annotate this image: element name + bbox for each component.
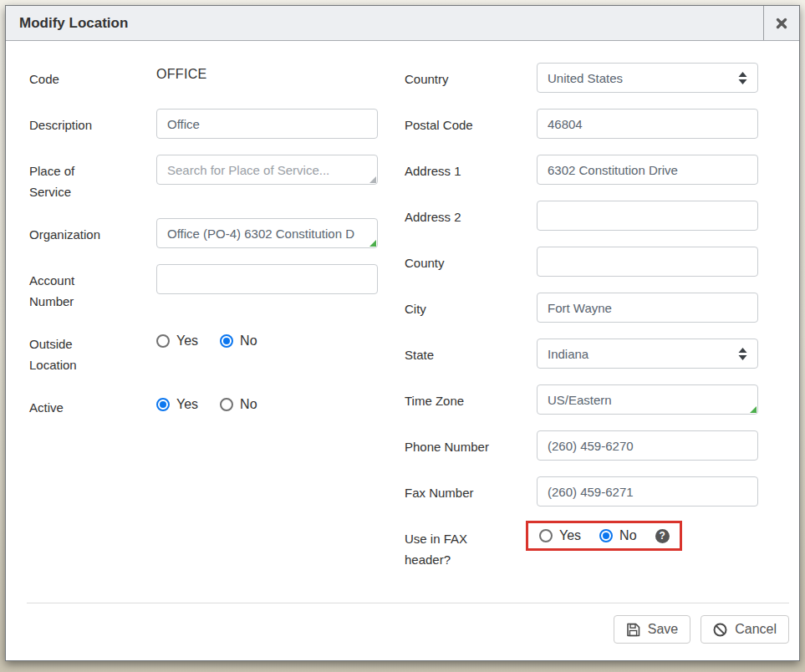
place-of-service-label: Place of Service <box>29 155 156 202</box>
county-input[interactable] <box>537 247 758 277</box>
field-place-of-service: Place of Service <box>29 155 379 202</box>
code-label: Code <box>29 63 156 89</box>
help-icon[interactable]: ? <box>655 529 670 543</box>
field-phone-number: Phone Number <box>405 430 762 461</box>
save-button[interactable]: Save <box>614 615 690 644</box>
field-active: Active Yes No <box>29 391 379 421</box>
outside-location-label: Outside Location <box>29 328 156 375</box>
field-city: City <box>405 293 762 323</box>
active-radio-yes[interactable]: Yes <box>156 397 198 412</box>
field-country: Country United States <box>405 63 762 93</box>
radio-icon <box>156 334 170 348</box>
field-use-in-fax-header: Use in FAX header? Yes No ? <box>405 522 762 570</box>
active-label: Active <box>29 391 156 418</box>
radio-label: Yes <box>176 397 198 412</box>
use-in-fax-header-radios: Yes No <box>539 528 655 543</box>
state-label: State <box>405 339 537 365</box>
field-address-2: Address 2 <box>405 201 762 231</box>
field-account-number: Account Number <box>29 264 379 312</box>
chevron-updown-icon <box>738 72 747 84</box>
code-value: OFFICE <box>156 63 206 82</box>
save-button-label: Save <box>648 622 678 637</box>
modal-footer: Save Cancel <box>6 603 799 660</box>
description-input[interactable] <box>156 109 378 139</box>
address-2-label: Address 2 <box>405 201 537 227</box>
active-radios: Yes No <box>156 391 279 412</box>
field-state: State Indiana <box>405 339 762 369</box>
field-organization: Organization <box>29 218 379 248</box>
account-number-input[interactable] <box>156 264 378 294</box>
radio-label: No <box>240 397 257 412</box>
cancel-button-label: Cancel <box>735 622 777 637</box>
radio-icon <box>156 398 170 411</box>
field-postal-code: Postal Code <box>405 109 762 139</box>
address-1-input[interactable] <box>537 155 758 185</box>
field-fax-number: Fax Number <box>405 476 762 507</box>
radio-icon <box>599 529 613 542</box>
address-1-label: Address 1 <box>405 155 537 181</box>
phone-number-input[interactable] <box>537 430 758 461</box>
resize-corner-icon <box>369 240 376 247</box>
phone-number-label: Phone Number <box>405 430 537 457</box>
cancel-icon <box>713 623 727 637</box>
active-radio-no[interactable]: No <box>220 397 257 412</box>
place-of-service-input[interactable] <box>156 155 378 185</box>
city-input[interactable] <box>537 293 758 323</box>
description-label: Description <box>29 109 156 135</box>
fax-number-input[interactable] <box>537 476 758 507</box>
use-in-fax-header-label: Use in FAX header? <box>405 522 537 570</box>
fax-number-label: Fax Number <box>405 476 537 503</box>
radio-label: No <box>619 528 636 543</box>
time-zone-label: Time Zone <box>405 384 537 411</box>
field-address-1: Address 1 <box>405 155 762 185</box>
city-label: City <box>405 293 537 319</box>
resize-corner-icon <box>750 406 757 413</box>
radio-icon <box>220 398 233 411</box>
field-outside-location: Outside Location Yes No <box>29 328 379 375</box>
left-column: Code OFFICE Description Place of Service… <box>29 63 379 570</box>
use-in-fax-header-radio-yes[interactable]: Yes <box>539 528 581 543</box>
modal-header: Modify Location <box>6 6 799 41</box>
county-label: County <box>405 247 537 273</box>
address-2-input[interactable] <box>537 201 758 231</box>
save-icon <box>626 623 640 637</box>
country-select[interactable]: United States <box>537 63 758 93</box>
organization-label: Organization <box>29 218 156 245</box>
account-number-label: Account Number <box>29 264 156 312</box>
chevron-updown-icon <box>738 348 747 360</box>
radio-icon <box>220 334 233 348</box>
organization-input[interactable] <box>156 218 378 248</box>
close-icon <box>776 18 787 29</box>
radio-icon <box>539 529 553 542</box>
right-column: Country United States Postal Code Addres… <box>405 63 762 570</box>
field-description: Description <box>29 109 379 139</box>
postal-code-input[interactable] <box>537 109 758 139</box>
country-label: Country <box>405 63 537 89</box>
outside-location-radios: Yes No <box>156 328 279 349</box>
time-zone-input[interactable] <box>537 384 758 415</box>
state-select[interactable]: Indiana <box>537 339 758 369</box>
country-select-value: United States <box>548 71 738 85</box>
cancel-button[interactable]: Cancel <box>701 615 789 644</box>
postal-code-label: Postal Code <box>405 109 537 135</box>
use-in-fax-header-radio-no[interactable]: No <box>599 528 636 543</box>
modify-location-modal: Modify Location Code OFFICE Description … <box>5 5 800 661</box>
radio-label: Yes <box>176 333 198 349</box>
resize-corner-icon <box>369 176 376 183</box>
close-button[interactable] <box>763 6 799 40</box>
field-code: Code OFFICE <box>29 63 379 93</box>
state-select-value: Indiana <box>548 347 738 361</box>
field-county: County <box>405 247 762 277</box>
radio-label: Yes <box>559 528 581 543</box>
outside-location-radio-no[interactable]: No <box>220 333 257 349</box>
highlight-box: Yes No ? <box>526 521 682 551</box>
field-time-zone: Time Zone <box>405 384 762 415</box>
modal-body: Code OFFICE Description Place of Service… <box>6 41 799 570</box>
radio-label: No <box>240 333 257 349</box>
modal-title: Modify Location <box>6 6 763 40</box>
outside-location-radio-yes[interactable]: Yes <box>156 333 198 349</box>
